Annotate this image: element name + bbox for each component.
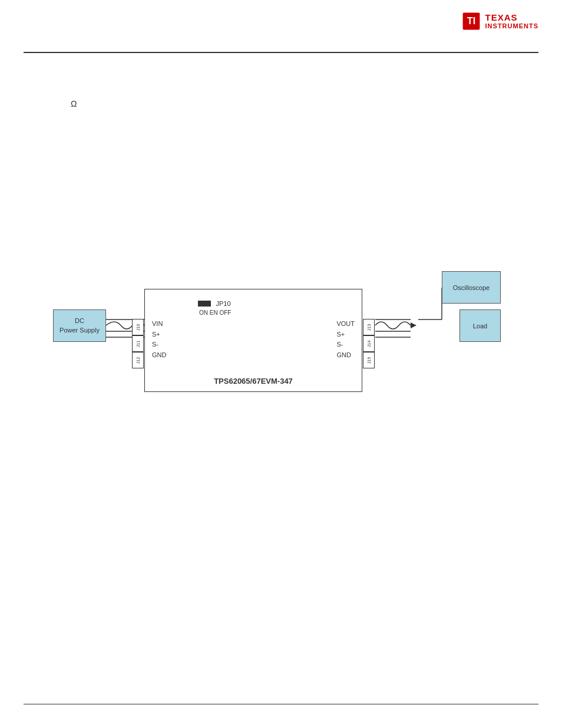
load-box: Load [459, 309, 501, 342]
vin-area: VIN S+ S- GND [152, 319, 166, 360]
evm-label: TPS62065/67EVM-347 [214, 377, 293, 386]
dc-supply-line1: DC [75, 317, 84, 325]
gnd-left-label: GND [152, 350, 166, 361]
ti-logo-icon: TI [461, 11, 482, 32]
jp10-label: JP10 [216, 300, 230, 307]
svg-marker-8 [411, 322, 416, 328]
connector-j14: J14 [363, 335, 375, 352]
jp10-jumper [198, 301, 211, 307]
bottom-rule [24, 704, 538, 705]
dc-supply-line2: Power Supply [59, 326, 100, 335]
vout-area: VOUT S+ S- GND [336, 319, 355, 360]
vout-labels: VOUT S+ S- GND [336, 319, 355, 360]
oscilloscope-label: Oscilloscope [453, 284, 490, 291]
connector-j13: J13 [363, 319, 375, 335]
connector-j12: J12 [132, 352, 144, 368]
gnd-right-label: GND [336, 350, 355, 361]
ti-logo: TI TEXAS INSTRUMENTS [461, 11, 538, 32]
connector-j10: J10 [132, 319, 144, 335]
load-label: Load [473, 322, 487, 330]
s-plus-left-label: S+ [152, 330, 166, 340]
s-plus-right-label: S+ [336, 330, 355, 340]
dc-supply-box: DC Power Supply [53, 309, 106, 342]
top-rule [24, 52, 538, 53]
s-minus-right-label: S- [336, 340, 355, 350]
right-tabs: J13 J14 J15 [363, 319, 375, 368]
vout-label: VOUT [336, 319, 355, 330]
vin-labels: VIN S+ S- GND [152, 319, 166, 360]
diagram-area: DC Power Supply JP10 ON EN OFF J10 J11 J… [53, 271, 501, 413]
omega-symbol: Ω [71, 99, 77, 108]
s-minus-left-label: S- [152, 340, 166, 350]
connector-j15: J15 [363, 352, 375, 368]
connector-j11: J11 [132, 335, 144, 352]
left-tabs: J10 J11 J12 [132, 319, 144, 368]
ti-logo-instruments: INSTRUMENTS [485, 22, 538, 29]
jp10-on-en-off: ON EN OFF [199, 309, 231, 316]
evm-box: JP10 ON EN OFF J10 J11 J12 VIN S+ S- GND… [144, 289, 362, 392]
vin-label: VIN [152, 319, 166, 330]
ti-logo-text: TEXAS INSTRUMENTS [485, 13, 538, 30]
ti-logo-texas: TEXAS [485, 13, 538, 23]
svg-text:TI: TI [467, 15, 475, 26]
oscilloscope-box: Oscilloscope [442, 271, 501, 304]
jp10-area: JP10 ON EN OFF [198, 298, 231, 316]
